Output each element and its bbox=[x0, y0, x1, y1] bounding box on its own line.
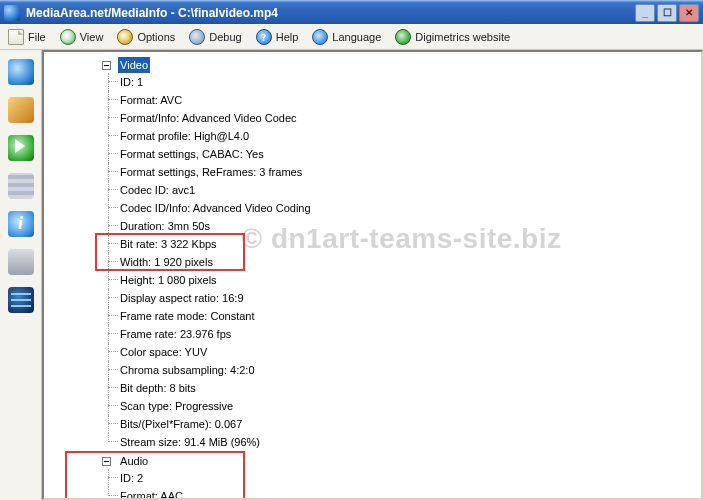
menu-view[interactable]: View bbox=[56, 26, 112, 48]
file-icon bbox=[8, 29, 24, 45]
menu-language[interactable]: Language bbox=[308, 26, 389, 48]
toolbar-sheet-button[interactable] bbox=[5, 246, 37, 278]
toolbar-wave-button[interactable] bbox=[5, 284, 37, 316]
tree-video-format[interactable]: Format: AVC bbox=[118, 92, 184, 108]
tree-video-duration[interactable]: Duration: 3mn 50s bbox=[118, 218, 212, 234]
toolbar-open-button[interactable] bbox=[5, 56, 37, 88]
tree-video-cabac[interactable]: Format settings, CABAC: Yes bbox=[118, 146, 266, 162]
tree-video-reframes[interactable]: Format settings, ReFrames: 3 frames bbox=[118, 164, 304, 180]
menu-file-label: File bbox=[28, 31, 46, 43]
tree-video-codec-id[interactable]: Codec ID: avc1 bbox=[118, 182, 197, 198]
view-icon bbox=[60, 29, 76, 45]
menu-debug[interactable]: Debug bbox=[185, 26, 249, 48]
close-button[interactable]: ✕ bbox=[679, 4, 699, 22]
tree-video-id[interactable]: ID: 1 bbox=[118, 74, 145, 90]
tree-video-color-space[interactable]: Color space: YUV bbox=[118, 344, 209, 360]
body-area: Video ID: 1 Format: AVC Format/Info: Adv… bbox=[0, 50, 703, 500]
tree-video-codec-id-info[interactable]: Codec ID/Info: Advanced Video Coding bbox=[118, 200, 313, 216]
wave-icon bbox=[8, 287, 34, 313]
tree-audio-id[interactable]: ID: 2 bbox=[118, 470, 145, 486]
open-icon bbox=[8, 59, 34, 85]
tree-video-width[interactable]: Width: 1 920 pixels bbox=[118, 254, 215, 270]
maximize-button[interactable]: ☐ bbox=[657, 4, 677, 22]
menu-website[interactable]: Digimetrics website bbox=[391, 26, 518, 48]
menu-file[interactable]: File bbox=[4, 26, 54, 48]
tree-video-bitrate[interactable]: Bit rate: 3 322 Kbps bbox=[118, 236, 219, 252]
window-title: MediaArea.net/MediaInfo - C:\finalvideo.… bbox=[26, 6, 635, 20]
window-controls: _ ☐ ✕ bbox=[635, 4, 699, 22]
tree-video-bit-depth[interactable]: Bit depth: 8 bits bbox=[118, 380, 198, 396]
settings-icon bbox=[8, 173, 34, 199]
tree-video-frame-rate[interactable]: Frame rate: 23.976 fps bbox=[118, 326, 233, 342]
menu-bar: File View Options Debug Help Language Di… bbox=[0, 24, 703, 50]
tree-video-dar[interactable]: Display aspect ratio: 16:9 bbox=[118, 290, 246, 306]
help-icon bbox=[256, 29, 272, 45]
website-icon bbox=[395, 29, 411, 45]
app-icon bbox=[4, 5, 20, 21]
tree-root: Video ID: 1 Format: AVC Format/Info: Adv… bbox=[46, 56, 701, 500]
menu-view-label: View bbox=[80, 31, 104, 43]
tree-category-audio[interactable]: Audio bbox=[118, 453, 150, 469]
toolbar-about-button[interactable] bbox=[5, 208, 37, 240]
tree-video-stream-size[interactable]: Stream size: 91.4 MiB (96%) bbox=[118, 434, 262, 450]
menu-website-label: Digimetrics website bbox=[415, 31, 510, 43]
tree-audio-format[interactable]: Format: AAC bbox=[118, 488, 185, 500]
menu-help[interactable]: Help bbox=[252, 26, 307, 48]
tree-view[interactable]: Video ID: 1 Format: AVC Format/Info: Adv… bbox=[42, 50, 703, 500]
tree-video-scan-type[interactable]: Scan type: Progressive bbox=[118, 398, 235, 414]
menu-options-label: Options bbox=[137, 31, 175, 43]
tree-video-height[interactable]: Height: 1 080 pixels bbox=[118, 272, 219, 288]
info-icon bbox=[8, 211, 34, 237]
minimize-button[interactable]: _ bbox=[635, 4, 655, 22]
tree-video-frame-rate-mode[interactable]: Frame rate mode: Constant bbox=[118, 308, 257, 324]
left-toolbar bbox=[0, 50, 42, 500]
debug-icon bbox=[189, 29, 205, 45]
menu-help-label: Help bbox=[276, 31, 299, 43]
toolbar-options-button[interactable] bbox=[5, 170, 37, 202]
folder-icon bbox=[8, 97, 34, 123]
options-icon bbox=[117, 29, 133, 45]
globe-icon bbox=[312, 29, 328, 45]
arrow-right-icon bbox=[8, 135, 34, 161]
tree-category-video[interactable]: Video bbox=[118, 57, 150, 73]
tree-video-bpp[interactable]: Bits/(Pixel*Frame): 0.067 bbox=[118, 416, 244, 432]
tree-video-format-profile[interactable]: Format profile: High@L4.0 bbox=[118, 128, 251, 144]
sheet-icon bbox=[8, 249, 34, 275]
expander-audio[interactable] bbox=[102, 457, 111, 466]
expander-video[interactable] bbox=[102, 61, 111, 70]
tree-video-chroma[interactable]: Chroma subsampling: 4:2:0 bbox=[118, 362, 257, 378]
tree-video-format-info[interactable]: Format/Info: Advanced Video Codec bbox=[118, 110, 299, 126]
toolbar-folder-button[interactable] bbox=[5, 94, 37, 126]
window-titlebar: MediaArea.net/MediaInfo - C:\finalvideo.… bbox=[0, 0, 703, 24]
menu-debug-label: Debug bbox=[209, 31, 241, 43]
toolbar-export-button[interactable] bbox=[5, 132, 37, 164]
menu-language-label: Language bbox=[332, 31, 381, 43]
menu-options[interactable]: Options bbox=[113, 26, 183, 48]
